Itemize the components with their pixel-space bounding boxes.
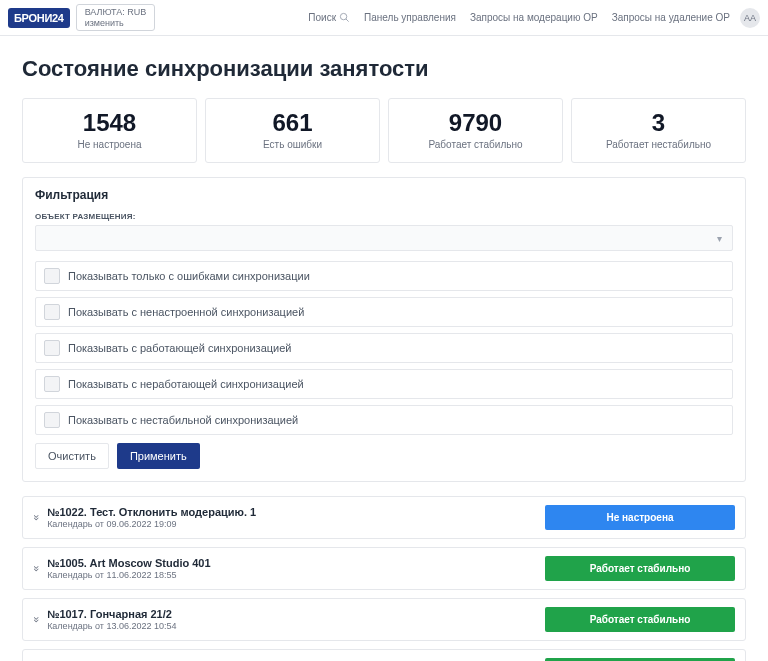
filter-check-working[interactable]: Показывать с работающей синхронизацией (35, 333, 733, 363)
stats-row: 1548 Не настроена 661 Есть ошибки 9790 Р… (22, 98, 746, 163)
result-body: №1005. Art Moscow Studio 401 Календарь о… (47, 557, 545, 580)
stat-label: Работает стабильно (395, 139, 556, 150)
content: Состояние синхронизации занятости 1548 Н… (0, 36, 768, 661)
logo[interactable]: БРОНИ24 (8, 8, 70, 28)
checkbox[interactable] (44, 376, 60, 392)
clear-button[interactable]: Очистить (35, 443, 109, 469)
stat-value: 661 (212, 109, 373, 137)
expand-icon[interactable]: » (31, 616, 42, 622)
stat-card: 1548 Не настроена (22, 98, 197, 163)
result-body: №1017. Гончарная 21/2 Календарь от 13.06… (47, 608, 545, 631)
stat-label: Есть ошибки (212, 139, 373, 150)
object-label: ОБЪЕКТ РАЗМЕЩЕНИЯ: (35, 212, 733, 221)
filter-check-notworking[interactable]: Показывать с неработающей синхронизацией (35, 369, 733, 399)
stat-card: 661 Есть ошибки (205, 98, 380, 163)
result-sub: Календарь от 09.06.2022 19:09 (47, 519, 545, 529)
result-row[interactable]: » №1012. Апартаменты Моховая 39 Календар… (22, 649, 746, 661)
result-body: №1022. Тест. Отклонить модерацию. 1 Кале… (47, 506, 545, 529)
checkbox-label: Показывать с нестабильной синхронизацией (68, 414, 298, 426)
filter-check-errors[interactable]: Показывать только с ошибками синхронизац… (35, 261, 733, 291)
checkbox-label: Показывать с неработающей синхронизацией (68, 378, 304, 390)
currency-label: ВАЛЮТА: RUB (85, 7, 147, 18)
status-badge: Работает стабильно (545, 556, 735, 581)
stat-value: 3 (578, 109, 739, 137)
result-sub: Календарь от 13.06.2022 10:54 (47, 621, 545, 631)
checkbox-label: Показывать с работающей синхронизацией (68, 342, 291, 354)
checkbox[interactable] (44, 268, 60, 284)
svg-point-0 (340, 13, 346, 19)
nav-moderation-requests[interactable]: Запросы на модерацию ОР (470, 12, 598, 23)
result-row[interactable]: » №1022. Тест. Отклонить модерацию. 1 Ка… (22, 496, 746, 539)
topbar: БРОНИ24 ВАЛЮТА: RUB изменить Поиск Панел… (0, 0, 768, 36)
checkbox[interactable] (44, 340, 60, 356)
filter-check-unstable[interactable]: Показывать с нестабильной синхронизацией (35, 405, 733, 435)
stat-value: 9790 (395, 109, 556, 137)
filter-title: Фильтрация (35, 188, 733, 202)
avatar[interactable]: АА (740, 8, 760, 28)
search-label: Поиск (308, 12, 336, 23)
filter-check-unconfigured[interactable]: Показывать с ненастроенной синхронизацие… (35, 297, 733, 327)
chevron-down-icon: ▾ (717, 233, 722, 244)
checkbox-label: Показывать только с ошибками синхронизац… (68, 270, 310, 282)
stat-value: 1548 (29, 109, 190, 137)
status-badge: Не настроена (545, 505, 735, 530)
expand-icon[interactable]: » (31, 514, 42, 520)
result-title: №1022. Тест. Отклонить модерацию. 1 (47, 506, 545, 518)
nav-dashboard[interactable]: Панель управления (364, 12, 456, 23)
page-title: Состояние синхронизации занятости (22, 56, 746, 82)
result-sub: Календарь от 11.06.2022 18:55 (47, 570, 545, 580)
search-icon (339, 12, 350, 23)
checkbox-label: Показывать с ненастроенной синхронизацие… (68, 306, 304, 318)
svg-line-1 (346, 19, 349, 22)
filter-panel: Фильтрация ОБЪЕКТ РАЗМЕЩЕНИЯ: ▾ Показыва… (22, 177, 746, 482)
status-badge: Работает стабильно (545, 607, 735, 632)
expand-icon[interactable]: » (31, 565, 42, 571)
apply-button[interactable]: Применить (117, 443, 200, 469)
currency-change: изменить (85, 18, 147, 29)
checkbox[interactable] (44, 304, 60, 320)
stat-label: Не настроена (29, 139, 190, 150)
result-title: №1017. Гончарная 21/2 (47, 608, 545, 620)
stat-card: 9790 Работает стабильно (388, 98, 563, 163)
result-row[interactable]: » №1005. Art Moscow Studio 401 Календарь… (22, 547, 746, 590)
filter-buttons: Очистить Применить (35, 443, 733, 469)
nav-delete-requests[interactable]: Запросы на удаление ОР (612, 12, 730, 23)
result-row[interactable]: » №1017. Гончарная 21/2 Календарь от 13.… (22, 598, 746, 641)
stat-card: 3 Работает нестабильно (571, 98, 746, 163)
stat-label: Работает нестабильно (578, 139, 739, 150)
checkbox[interactable] (44, 412, 60, 428)
object-select[interactable]: ▾ (35, 225, 733, 251)
result-title: №1005. Art Moscow Studio 401 (47, 557, 545, 569)
search-link[interactable]: Поиск (308, 12, 350, 23)
currency-selector[interactable]: ВАЛЮТА: RUB изменить (76, 4, 156, 32)
